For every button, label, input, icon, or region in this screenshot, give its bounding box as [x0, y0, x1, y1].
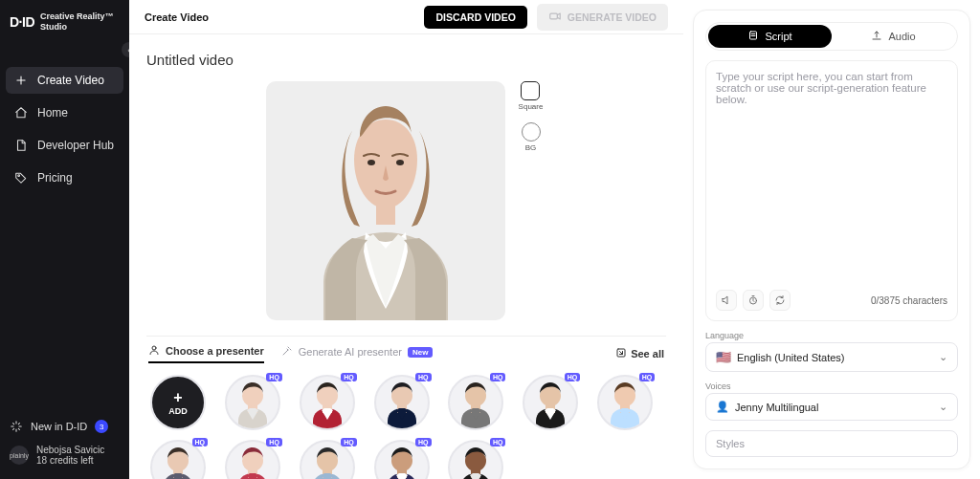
presenter-tabs: Choose a presenter Generate AI presenter… [146, 344, 666, 369]
tab-audio[interactable]: Audio [832, 25, 955, 48]
presenter-thumbnail[interactable]: HQ [300, 375, 355, 430]
upload-icon [871, 30, 882, 43]
brand[interactable]: D·ID Creative Reality™ Studio [10, 11, 120, 33]
svg-point-5 [396, 160, 404, 165]
presenter-thumbnail[interactable]: HQ [374, 440, 430, 479]
styles-block: Styles [705, 430, 958, 457]
plus-icon: + [173, 389, 182, 406]
presenter-thumbnail[interactable]: HQ [597, 375, 653, 430]
plus-icon [14, 74, 28, 87]
sidebar-footer: New in D-ID 3 plainly Nebojsa Savicic 18… [0, 410, 129, 479]
sidebar-nav: Create Video Home Developer Hub Pricing [0, 67, 129, 191]
styles-select[interactable]: Styles [705, 430, 958, 457]
presenter-thumbnail[interactable]: HQ [448, 375, 503, 430]
script-audio-segment: Script Audio [705, 22, 958, 51]
work-area: Untitled video [129, 34, 683, 479]
nav-create-video[interactable]: Create Video [6, 67, 123, 94]
listen-button[interactable] [716, 290, 737, 311]
hq-badge: HQ [341, 373, 357, 381]
add-presenter-cell[interactable]: + ADD [150, 375, 206, 430]
presenter-thumbnail[interactable]: HQ [448, 440, 503, 479]
nav-pricing[interactable]: Pricing [6, 164, 123, 191]
stage-tools: Square BG [515, 81, 547, 152]
generate-label: GENERATE VIDEO [568, 11, 657, 23]
presenter-avatar[interactable] [523, 375, 578, 430]
svg-point-6 [152, 346, 156, 350]
nav-developer-hub[interactable]: Developer Hub [6, 132, 123, 159]
tool-label: BG [525, 143, 537, 152]
nav-label: Home [37, 106, 68, 120]
presenter-avatar[interactable] [225, 375, 280, 430]
video-title[interactable]: Untitled video [146, 52, 666, 68]
regenerate-button[interactable] [769, 290, 791, 311]
field-label: Voices [705, 381, 958, 391]
add-presenter-button[interactable]: + ADD [150, 375, 206, 430]
tab-script[interactable]: Script [708, 25, 832, 48]
hq-badge: HQ [266, 438, 282, 446]
presenter-thumbnail[interactable]: HQ [300, 440, 355, 479]
presenter-thumbnail[interactable]: HQ [374, 375, 430, 430]
discard-button[interactable]: DISCARD VIDEO [424, 6, 526, 29]
new-badge: New [408, 347, 433, 358]
home-icon [14, 106, 28, 120]
hq-badge: HQ [192, 438, 209, 446]
hq-badge: HQ [415, 373, 432, 381]
timing-button[interactable] [743, 290, 764, 311]
whats-new-count: 3 [95, 420, 108, 433]
nav-label: Pricing [37, 171, 73, 185]
square-icon [521, 81, 540, 100]
tag-icon [14, 171, 28, 185]
whats-new-link[interactable]: New in D-ID 3 [10, 420, 120, 433]
language-select[interactable]: 🇺🇸 English (United States) ⌄ [705, 342, 958, 372]
tab-label: Audio [888, 31, 915, 42]
presenter-grid: + ADD HQ HQ HQ HQ HQ [146, 369, 666, 479]
aspect-square-tool[interactable]: Square [519, 81, 544, 111]
user-block[interactable]: plainly Nebojsa Savicic 18 credits left [10, 445, 120, 466]
presenter-preview [285, 81, 486, 320]
doc-icon [14, 139, 28, 152]
person-icon: 👤 [716, 401, 729, 413]
script-box: 0/3875 characters [705, 60, 958, 321]
see-all-link[interactable]: See all [615, 347, 664, 360]
script-input[interactable] [716, 71, 947, 284]
right-card: Script Audio 0/3875 characters Language … [693, 10, 970, 469]
presenter-avatar[interactable] [300, 375, 355, 430]
field-label: Language [705, 331, 958, 340]
brand-logo: D·ID [10, 14, 34, 30]
language-block: Language 🇺🇸 English (United States) ⌄ [705, 331, 958, 372]
presenter-avatar[interactable] [597, 375, 653, 430]
chevron-down-icon: ⌄ [939, 401, 947, 413]
background-tool[interactable]: BG [522, 122, 541, 152]
hq-badge: HQ [490, 438, 506, 446]
presenter-thumbnail[interactable]: HQ [150, 440, 206, 479]
presenter-stage[interactable] [266, 81, 505, 320]
presenter-thumbnail[interactable]: HQ [523, 375, 578, 430]
camera-icon [548, 10, 562, 25]
user-name: Nebojsa Savicic [36, 445, 104, 455]
presenter-thumbnail[interactable]: HQ [225, 440, 280, 479]
flag-us-icon: 🇺🇸 [716, 350, 731, 364]
avatar: plainly [10, 446, 29, 465]
voices-block: Voices 👤 Jenny Multilingual ⌄ [705, 381, 958, 421]
tab-label: Generate AI presenter [299, 346, 402, 358]
voice-value: Jenny Multilingual [735, 402, 818, 413]
presenter-thumbnail[interactable]: HQ [225, 375, 280, 430]
presenter-avatar[interactable] [374, 375, 430, 430]
right-panel: Script Audio 0/3875 characters Language … [683, 0, 980, 479]
hq-badge: HQ [341, 438, 357, 446]
styles-placeholder: Styles [716, 438, 745, 449]
nav-label: Create Video [37, 74, 104, 87]
tab-generate-presenter[interactable]: Generate AI presenter New [281, 345, 434, 362]
script-footer: 0/3875 characters [716, 290, 947, 311]
brand-subtitle: Creative Reality™ Studio [40, 11, 120, 33]
tool-label: Square [519, 102, 544, 111]
char-count: 0/3875 characters [871, 295, 947, 306]
nav-home[interactable]: Home [6, 99, 123, 126]
add-label: ADD [168, 406, 188, 416]
presenter-avatar[interactable] [448, 375, 503, 430]
hq-badge: HQ [639, 373, 656, 381]
tab-choose-presenter[interactable]: Choose a presenter [148, 344, 264, 363]
voice-select[interactable]: 👤 Jenny Multilingual ⌄ [705, 393, 958, 421]
generate-button[interactable]: GENERATE VIDEO [537, 4, 668, 31]
tab-label: Script [765, 31, 791, 42]
